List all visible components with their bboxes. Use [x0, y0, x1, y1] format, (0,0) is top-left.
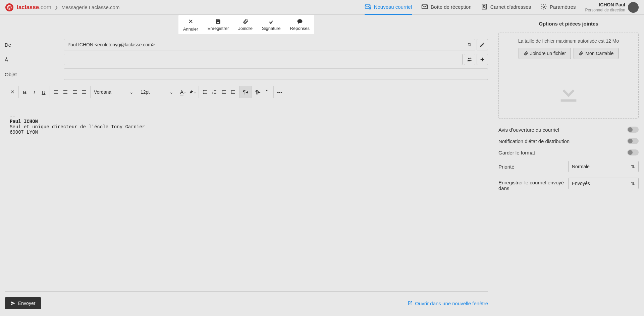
logo-text[interactable]: laclasse.com — [17, 4, 51, 11]
blockquote-button[interactable]: " — [263, 87, 272, 97]
read-receipt-toggle[interactable] — [627, 127, 639, 133]
from-row: De Paul ICHON <ecoletonyg@laclasse.com> … — [5, 39, 488, 50]
attach-button[interactable]: Joindre — [233, 15, 257, 34]
header-nav: Nouveau courriel Boîte de réception Carn… — [365, 0, 639, 15]
highlight-button[interactable]: ⌄ — [188, 87, 197, 97]
header-left: laclasse.com ❯ Messagerie Laclasse.com — [5, 3, 119, 11]
subject-label: Objet — [5, 72, 64, 77]
to-input[interactable] — [64, 54, 463, 65]
close-icon: ✕ — [188, 18, 193, 25]
signature-button[interactable]: Signature — [257, 15, 285, 34]
subject-row: Objet — [5, 69, 488, 80]
text-color-button[interactable]: A ⌄ — [178, 87, 188, 97]
user-name: ICHON Paul — [585, 2, 625, 8]
breadcrumb: Messagerie Laclasse.com — [61, 4, 119, 10]
edit-from-button[interactable] — [477, 39, 488, 50]
number-list-button[interactable]: 123 — [210, 87, 219, 97]
chevron-down-icon: ⌄ — [169, 89, 173, 95]
svg-point-13 — [203, 93, 204, 93]
align-left-button[interactable] — [51, 87, 61, 97]
add-contact-button[interactable] — [464, 54, 475, 65]
download-icon — [504, 79, 633, 106]
font-select[interactable]: Verdana⌄ — [92, 87, 136, 97]
send-button[interactable]: Envoyer — [5, 297, 41, 309]
svg-point-0 — [7, 5, 11, 9]
sort-icon: ⇅ — [631, 181, 635, 186]
editor-body[interactable]: -- Paul ICHON Seul et unique directeur d… — [5, 98, 488, 292]
svg-point-7 — [483, 5, 485, 7]
avatar[interactable] — [628, 2, 639, 13]
mail-plus-icon — [365, 3, 371, 10]
comment-icon — [297, 18, 303, 25]
compose-area: ✕ Annuler Enregistrer Joindre — [0, 15, 493, 316]
svg-point-10 — [470, 58, 471, 59]
bullet-list-button[interactable] — [200, 87, 210, 97]
nav-settings[interactable]: Paramètres — [540, 0, 576, 15]
sort-icon: ⇅ — [631, 164, 635, 169]
chevron-right-icon: ❯ — [55, 5, 58, 10]
clear-format-button[interactable]: ✕ — [8, 87, 17, 97]
svg-text:3: 3 — [212, 92, 213, 94]
keep-format-row: Garder le format — [493, 147, 644, 158]
ltr-button[interactable]: ¶◂ — [241, 87, 250, 97]
header-user[interactable]: ICHON Paul Personnel de direction — [585, 2, 639, 13]
inbox-icon — [421, 3, 428, 10]
compose-footer: Envoyer Ouvrir dans une nouvelle fenêtre — [0, 293, 493, 316]
nav-contacts[interactable]: Carnet d'adresses — [481, 0, 531, 15]
add-recipient-button[interactable] — [477, 54, 488, 65]
svg-point-2 — [10, 6, 10, 7]
gear-icon — [540, 3, 547, 10]
read-receipt-row: Avis d'ouverture du courriel — [493, 124, 644, 135]
my-bag-button[interactable]: Mon Cartable — [574, 48, 619, 59]
font-size-select[interactable]: 12pt⌄ — [139, 87, 175, 97]
attach-file-button[interactable]: Joindre un fichier — [519, 48, 571, 59]
svg-point-9 — [468, 58, 470, 59]
app-header: laclasse.com ❯ Messagerie Laclasse.com N… — [0, 0, 644, 15]
save-icon — [215, 18, 221, 25]
align-center-button[interactable] — [61, 87, 70, 97]
delivery-status-toggle[interactable] — [627, 138, 639, 144]
more-button[interactable]: ••• — [275, 87, 284, 97]
compose-toolbar: ✕ Annuler Enregistrer Joindre — [0, 15, 493, 34]
signature-icon — [268, 18, 274, 25]
to-label: À — [5, 57, 64, 62]
cancel-button[interactable]: ✕ Annuler — [178, 15, 203, 34]
user-role: Personnel de direction — [585, 8, 625, 12]
logo-icon[interactable] — [5, 3, 13, 11]
priority-row: Priorité Normale ⇅ — [493, 158, 644, 175]
main-content: ✕ Annuler Enregistrer Joindre — [0, 15, 644, 316]
responses-button[interactable]: Réponses — [285, 15, 315, 34]
svg-point-1 — [8, 6, 9, 7]
sidebar-options: Options et pièces jointes La taille de f… — [493, 15, 644, 316]
keep-format-toggle[interactable] — [627, 149, 639, 155]
nav-new-mail[interactable]: Nouveau courriel — [365, 0, 412, 15]
svg-point-11 — [203, 90, 204, 91]
from-label: De — [5, 42, 64, 48]
sidebar-title: Options et pièces jointes — [493, 15, 644, 33]
underline-button[interactable]: U — [39, 87, 48, 97]
italic-button[interactable]: I — [30, 87, 39, 97]
subject-input[interactable] — [64, 69, 488, 80]
delivery-status-row: Notification d'état de distribution — [493, 135, 644, 147]
nav-inbox[interactable]: Boîte de réception — [421, 0, 472, 15]
sort-icon: ⇅ — [468, 42, 472, 47]
align-justify-button[interactable] — [79, 87, 89, 97]
svg-point-8 — [543, 6, 545, 8]
editor-toolbar: ✕ B I U Verdana⌄ 12pt⌄ A ⌄ ⌄ — [5, 86, 488, 98]
outdent-button[interactable] — [219, 87, 228, 97]
indent-button[interactable] — [228, 87, 238, 97]
svg-point-12 — [203, 92, 204, 92]
compose-form: De Paul ICHON <ecoletonyg@laclasse.com> … — [0, 34, 493, 83]
attachment-dropzone[interactable]: La taille de fichier maximum autorisée e… — [498, 33, 639, 119]
open-new-window-link[interactable]: Ouvrir dans une nouvelle fenêtre — [408, 301, 488, 306]
address-book-icon — [481, 3, 488, 10]
bold-button[interactable]: B — [20, 87, 30, 97]
align-right-button[interactable] — [70, 87, 79, 97]
priority-select[interactable]: Normale ⇅ — [568, 161, 639, 172]
save-button[interactable]: Enregistrer — [203, 15, 234, 34]
rtl-button[interactable]: ¶▸ — [253, 87, 263, 97]
save-in-select[interactable]: Envoyés ⇅ — [568, 178, 639, 189]
from-select[interactable]: Paul ICHON <ecoletonyg@laclasse.com> ⇅ — [64, 39, 475, 50]
paperclip-icon — [243, 18, 249, 25]
chevron-down-icon: ⌄ — [129, 89, 133, 95]
